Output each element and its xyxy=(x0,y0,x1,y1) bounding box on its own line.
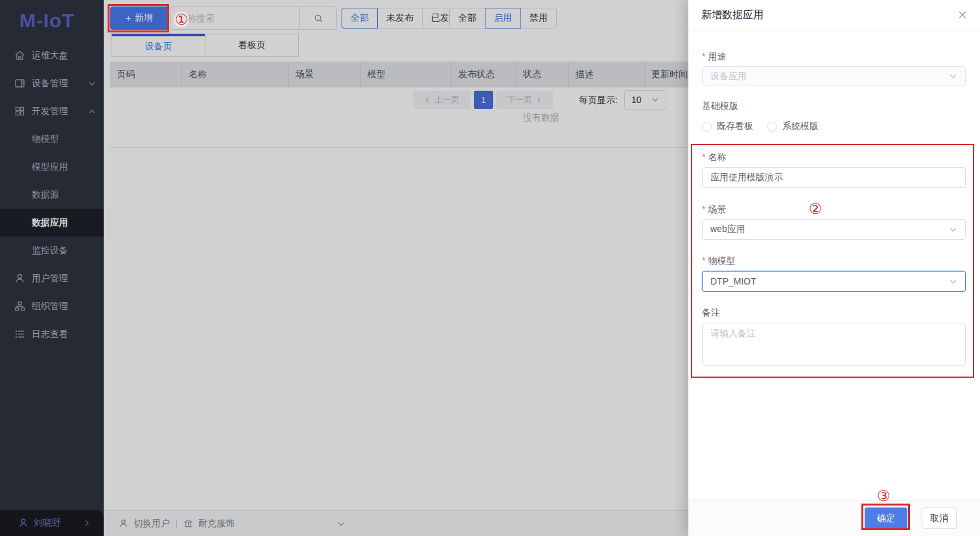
remark-textarea[interactable] xyxy=(702,323,966,366)
required-mark: * xyxy=(702,204,705,215)
scene-value: web应用 xyxy=(710,224,745,235)
chevron-down-icon xyxy=(949,72,957,80)
close-icon[interactable] xyxy=(958,10,967,19)
radio-label: 既存看板 xyxy=(717,121,753,132)
chevron-down-icon xyxy=(949,226,957,234)
drawer-title: 新增数据应用 xyxy=(701,8,764,22)
radio-system-template[interactable]: 系统模版 xyxy=(767,121,819,132)
required-mark: * xyxy=(702,255,705,266)
thing-model-label: *物模型 xyxy=(702,255,735,267)
scene-select[interactable]: web应用 xyxy=(702,219,966,240)
radio-circle-icon xyxy=(702,122,712,132)
drawer-mask[interactable] xyxy=(0,0,688,536)
required-mark: * xyxy=(702,152,705,162)
drawer-footer: 确定 取消 xyxy=(688,500,980,536)
cancel-button[interactable]: 取消 xyxy=(922,507,957,529)
purpose-label: *用途 xyxy=(702,51,726,63)
radio-label: 系统模版 xyxy=(782,121,819,132)
required-mark: * xyxy=(702,51,705,62)
scene-label: *场景 xyxy=(702,204,726,216)
base-template-label: 基础模版 xyxy=(702,100,738,112)
radio-existing-board[interactable]: 既存看板 xyxy=(702,121,753,132)
remark-label: 备注 xyxy=(702,307,720,319)
purpose-select[interactable]: 设备应用 xyxy=(702,66,966,86)
radio-circle-icon xyxy=(767,122,777,132)
confirm-button[interactable]: 确定 xyxy=(865,507,907,529)
name-input[interactable] xyxy=(702,167,966,188)
purpose-placeholder: 设备应用 xyxy=(710,71,747,82)
drawer-header: 新增数据应用 xyxy=(688,0,980,30)
chevron-down-icon xyxy=(949,277,957,286)
app-root: M-IoT 运维大盘 设备管理 开发管理 物 xyxy=(0,0,980,536)
add-data-app-drawer: 新增数据应用 *用途 设备应用 基础模版 既存看板 系统模版 xyxy=(688,0,980,536)
name-label: *名称 xyxy=(702,152,726,163)
thing-model-select[interactable]: DTP_MIOT xyxy=(702,271,966,292)
thing-model-value: DTP_MIOT xyxy=(710,276,756,286)
base-template-radio-group: 既存看板 系统模版 xyxy=(702,121,819,132)
